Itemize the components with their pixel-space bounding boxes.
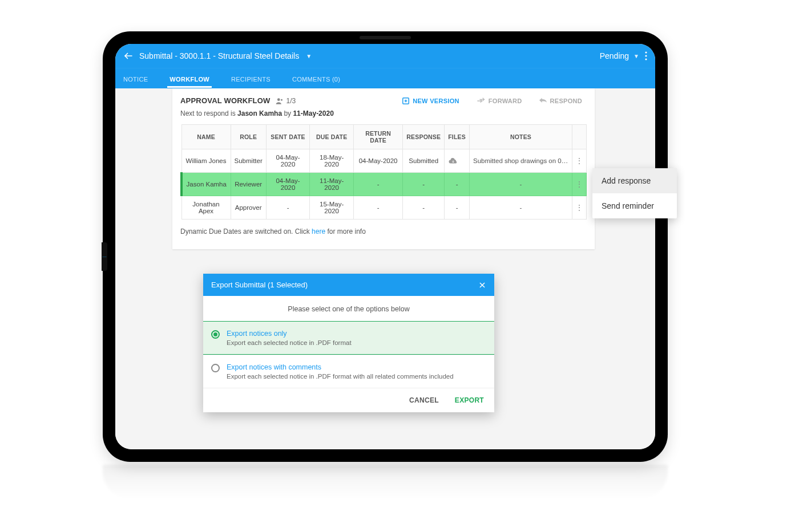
workflow-header: APPROVAL WORKFLOW 1/3 NEW VERSION [172,88,595,107]
table-row: Jonathan Apex Approver - 15-May-2020 - -… [181,196,587,220]
cloud-download-icon [448,157,466,165]
next-responder-name: Jason Kamha [237,109,282,117]
workflow-title: APPROVAL WORKFLOW [180,96,270,105]
status-label: Pending [600,51,629,60]
page-title: Submittal - 3000.1.1 - Structural Steel … [139,51,299,60]
cell-response: - [403,173,445,196]
cell-role: Submitter [231,149,266,173]
col-menu [572,125,587,149]
table-header-row: NAME ROLE SENT DATE DUE DATE RETURN DATE… [181,125,587,149]
tab-comments[interactable]: COMMENTS (0) [290,70,342,88]
chevron-down-icon: ▼ [306,53,312,59]
dynamic-dates-link[interactable]: here [312,228,325,235]
forward-button[interactable]: FORWARD [477,98,522,104]
dialog-footer: CANCEL EXPORT [203,388,494,412]
cell-role: Approver [231,196,266,220]
cell-return: - [353,173,402,196]
cell-sent: 04-May-2020 [266,149,310,173]
col-role: ROLE [231,125,266,149]
option-description: Export each selected notice in .PDF form… [227,373,454,380]
kebab-icon [645,51,647,60]
cell-due: 18-May-2020 [310,149,354,173]
cell-return: - [353,196,402,220]
cell-files: - [445,196,470,220]
back-button[interactable] [123,51,134,61]
workflow-heading-area: APPROVAL WORKFLOW 1/3 [180,96,296,105]
tab-recipients[interactable]: RECIPIENTS [229,70,273,88]
cell-return: 04-May-2020 [353,149,402,173]
cell-name: Jason Kamha [181,173,231,196]
option-description: Export each selected notice in .PDF form… [227,339,352,346]
table-row: William Jones Submitter 04-May-2020 18-M… [181,149,587,173]
dialog-title: Export Submittal (1 Selected) [211,281,478,289]
tab-workflow[interactable]: WORKFLOW [167,70,212,88]
cell-notes: Submitted shop drawings on 04/05/20 [470,149,572,173]
tab-bar: NOTICE WORKFLOW RECIPIENTS COMMENTS (0) [115,68,655,88]
svg-point-3 [645,58,647,60]
tablet-camera [360,36,411,39]
status-dropdown[interactable]: Pending ▼ [600,51,639,60]
forward-label: FORWARD [489,98,522,104]
page-title-dropdown[interactable]: Submittal - 3000.1.1 - Structural Steel … [139,51,600,60]
export-option-notices-only[interactable]: Export notices only Export each selected… [203,321,494,355]
cell-due: 15-May-2020 [310,196,354,220]
cell-due: 11-May-2020 [310,173,354,196]
col-name: NAME [181,125,231,149]
option-title: Export notices only [227,330,352,338]
workflow-actions: NEW VERSION FORWARD RESPOND [402,97,587,105]
cancel-button[interactable]: CANCEL [409,396,439,404]
export-dialog: Export Submittal (1 Selected) Please sel… [203,274,494,412]
svg-point-5 [281,99,283,100]
menu-add-response[interactable]: Add response [592,168,677,193]
col-response: RESPONSE [403,125,445,149]
users-icon [276,98,284,104]
cell-name: William Jones [181,149,231,173]
close-icon [478,281,486,289]
col-files: FILES [445,125,470,149]
arrow-left-icon [123,51,134,61]
tablet-side-buttons: • • • [102,242,107,271]
cell-sent: 04-May-2020 [266,173,310,196]
svg-point-1 [645,51,647,53]
workflow-count: 1/3 [286,97,296,105]
respond-button[interactable]: RESPOND [539,98,583,104]
cell-sent: - [266,196,310,220]
forward-icon [477,98,486,104]
dialog-prompt: Please select one of the options below [203,296,494,321]
dynamic-dates-info: Dynamic Due Dates are switched on. Click… [172,220,595,235]
svg-point-2 [645,55,647,56]
reply-icon [539,98,547,104]
cell-files[interactable] [445,149,470,173]
row-menu-button[interactable]: ⋮ [572,173,587,196]
more-menu-button[interactable] [645,51,647,60]
cell-notes: - [470,173,572,196]
col-notes: NOTES [470,125,572,149]
plus-square-icon [402,97,410,105]
export-button[interactable]: EXPORT [455,396,484,404]
table-row: Jason Kamha Reviewer 04-May-2020 11-May-… [181,173,587,196]
next-responder-line: Next to respond is Jason Kamha by 11-May… [172,107,595,124]
tab-notice[interactable]: NOTICE [121,70,150,88]
radio-unselected-icon [211,364,220,372]
row-menu-button[interactable]: ⋮ [572,196,587,220]
chevron-down-icon: ▼ [633,53,639,59]
new-version-button[interactable]: NEW VERSION [402,97,459,105]
menu-send-reminder[interactable]: Send reminder [592,193,677,218]
radio-selected-icon [211,330,220,339]
cell-files: - [445,173,470,196]
row-menu-button[interactable]: ⋮ [572,149,587,173]
option-title: Export notices with comments [227,363,454,371]
col-sent: SENT DATE [266,125,310,149]
app-header: Submittal - 3000.1.1 - Structural Steel … [115,44,655,68]
workflow-table: NAME ROLE SENT DATE DUE DATE RETURN DATE… [180,124,587,220]
row-context-menu: Add response Send reminder [592,168,677,218]
cell-response: - [403,196,445,220]
tablet-reflection [103,465,668,499]
svg-point-4 [277,98,280,101]
col-due: DUE DATE [310,125,354,149]
dialog-close-button[interactable] [478,281,486,289]
export-option-with-comments[interactable]: Export notices with comments Export each… [203,355,494,388]
cell-role: Reviewer [231,173,266,196]
respond-label: RESPOND [550,98,583,104]
col-return: RETURN DATE [353,125,402,149]
